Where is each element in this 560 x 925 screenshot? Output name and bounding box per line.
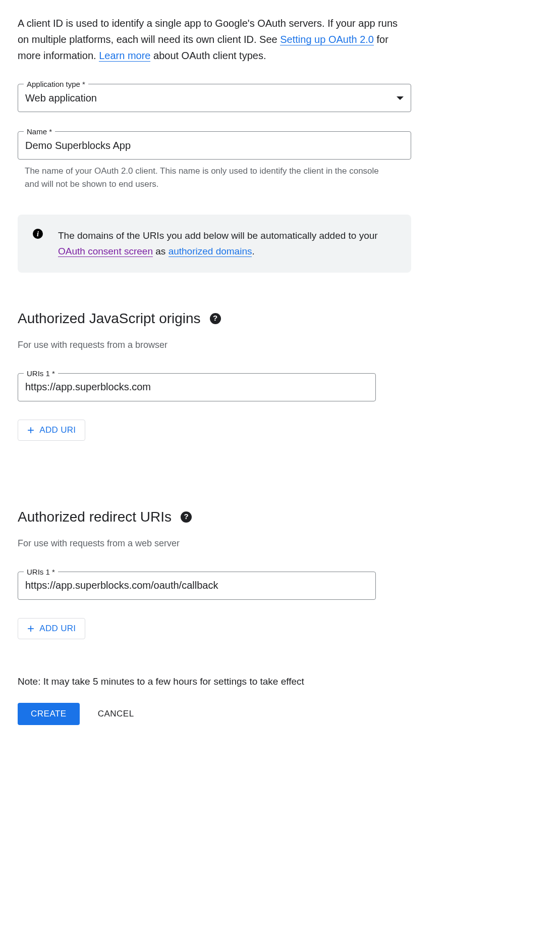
info-text: The domains of the URIs you add below wi… <box>58 228 396 260</box>
plus-icon: + <box>27 424 34 436</box>
link-learn-more[interactable]: Learn more <box>99 50 150 62</box>
name-helper-text: The name of your OAuth 2.0 client. This … <box>25 165 388 190</box>
plus-icon: + <box>27 623 34 635</box>
create-button[interactable]: CREATE <box>18 703 80 725</box>
redirect-uris-subtitle: For use with requests from a web server <box>18 537 542 550</box>
js-origins-title: Authorized JavaScript origins <box>18 308 201 329</box>
js-origins-title-row: Authorized JavaScript origins ? <box>18 308 542 329</box>
js-origins-subtitle: For use with requests from a browser <box>18 338 542 352</box>
application-type-label: Application type * <box>24 79 88 90</box>
redirect-uris-title: Authorized redirect URIs <box>18 506 172 528</box>
link-authorized-domains[interactable]: authorized domains <box>169 246 252 257</box>
dropdown-arrow-icon <box>397 96 404 100</box>
application-type-field: Application type * Web application <box>18 84 411 112</box>
info-part3: . <box>252 246 254 256</box>
button-row: CREATE CANCEL <box>18 703 542 725</box>
redirect-uris-title-row: Authorized redirect URIs ? <box>18 506 542 528</box>
settings-note: Note: It may take 5 minutes to a few hou… <box>18 675 542 689</box>
link-oauth-consent-screen[interactable]: OAuth consent screen <box>58 246 153 257</box>
info-part1: The domains of the URIs you add below wi… <box>58 230 378 241</box>
name-input[interactable] <box>18 131 411 160</box>
js-origins-uri-field: URIs 1 * <box>18 373 376 401</box>
redirect-uri-label: URIs 1 * <box>24 567 58 578</box>
redirect-uri-field: URIs 1 * <box>18 572 376 600</box>
add-uri-label: ADD URI <box>39 425 76 435</box>
name-label: Name * <box>24 126 55 138</box>
intro-text: A client ID is used to identify a single… <box>18 15 411 64</box>
info-icon: i <box>33 229 43 239</box>
link-setting-up-oauth[interactable]: Setting up OAuth 2.0 <box>280 34 374 45</box>
help-icon[interactable]: ? <box>210 313 221 324</box>
name-field-wrap: Name * <box>18 131 411 160</box>
cancel-button[interactable]: CANCEL <box>94 703 138 725</box>
add-js-origin-uri-button[interactable]: + ADD URI <box>18 420 85 441</box>
help-icon[interactable]: ? <box>181 511 192 523</box>
application-type-value: Web application <box>25 90 97 106</box>
add-uri-label: ADD URI <box>39 624 76 634</box>
info-box: i The domains of the URIs you add below … <box>18 215 411 273</box>
js-origins-uri-label: URIs 1 * <box>24 368 58 380</box>
redirect-uri-input[interactable] <box>18 572 376 600</box>
add-redirect-uri-button[interactable]: + ADD URI <box>18 618 85 639</box>
js-origins-uri-input[interactable] <box>18 373 376 401</box>
info-part2: as <box>153 246 169 256</box>
intro-part3: about OAuth client types. <box>150 50 266 61</box>
